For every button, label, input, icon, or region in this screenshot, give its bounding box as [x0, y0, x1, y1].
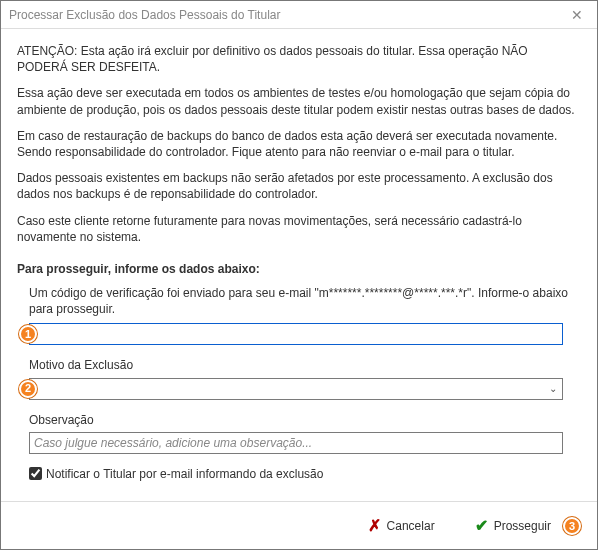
warning-text-5: Caso este cliente retorne futuramente pa…	[17, 213, 581, 245]
notify-checkbox-row: Notificar o Titular por e-mail informand…	[17, 466, 581, 482]
proceed-button[interactable]: ✔ Prosseguir 3	[475, 516, 581, 535]
window-title: Processar Exclusão dos Dados Pessoais do…	[9, 8, 565, 22]
reason-select[interactable]	[29, 378, 563, 400]
warning-text-1: ATENÇÃO: Esta ação irá excluir por defin…	[17, 43, 581, 75]
code-field-row: 1	[17, 323, 581, 345]
dialog-window: Processar Exclusão dos Dados Pessoais do…	[0, 0, 598, 550]
dialog-content: ATENÇÃO: Esta ação irá excluir por defin…	[1, 29, 597, 501]
observation-label: Observação	[17, 412, 581, 428]
titlebar: Processar Exclusão dos Dados Pessoais do…	[1, 1, 597, 29]
notify-label: Notificar o Titular por e-mail informand…	[46, 466, 323, 482]
form-heading: Para prosseguir, informe os dados abaixo…	[17, 261, 581, 277]
warning-text-4: Dados pessoais existentes em backups não…	[17, 170, 581, 202]
proceed-label: Prosseguir	[494, 519, 551, 533]
cancel-button[interactable]: ✗ Cancelar	[368, 516, 435, 535]
observation-field-row	[17, 432, 581, 454]
warning-text-3: Em caso de restauração de backups do ban…	[17, 128, 581, 160]
button-bar: ✗ Cancelar ✔ Prosseguir 3	[1, 501, 597, 549]
reason-field-row: 2 ⌄	[17, 378, 581, 400]
notify-checkbox[interactable]	[29, 467, 42, 480]
annotation-badge-2: 2	[19, 380, 37, 398]
warning-text-2: Essa ação deve ser executada em todos os…	[17, 85, 581, 117]
observation-input[interactable]	[29, 432, 563, 454]
verification-code-input[interactable]	[29, 323, 563, 345]
cancel-label: Cancelar	[387, 519, 435, 533]
close-icon[interactable]: ✕	[565, 5, 589, 25]
code-prompt: Um código de verificação foi enviado par…	[17, 285, 581, 317]
cancel-icon: ✗	[368, 516, 381, 535]
check-icon: ✔	[475, 516, 488, 535]
annotation-badge-3: 3	[563, 517, 581, 535]
reason-label: Motivo da Exclusão	[17, 357, 581, 373]
